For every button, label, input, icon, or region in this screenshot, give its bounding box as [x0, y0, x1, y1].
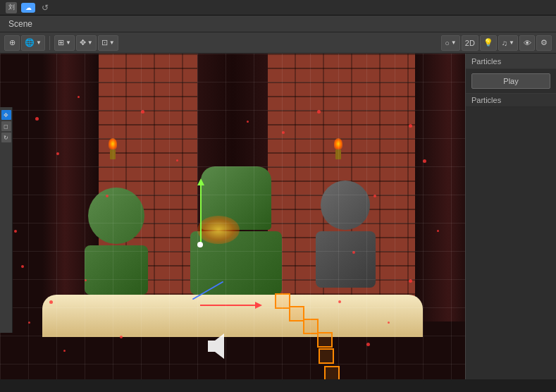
particle-dot [247, 121, 249, 123]
play-button[interactable]: Play [471, 73, 550, 89]
panel-header: Particles [466, 54, 556, 69]
particle-dot [388, 321, 390, 324]
particle-dot [28, 321, 30, 324]
audio-button[interactable]: ♫ ▼ [498, 35, 518, 51]
orange-trail-box [319, 348, 334, 364]
transform-origin-point [197, 242, 203, 247]
orange-trail-box [303, 319, 319, 334]
particle-dot [141, 110, 144, 114]
top-bar: 刘 ☁ ↺ [0, 0, 556, 16]
char-head-left [88, 188, 144, 244]
char-body-right [316, 231, 376, 288]
particle-dot [373, 195, 376, 197]
globe-button[interactable]: 🌐 ▼ [21, 35, 45, 51]
particle-dot [49, 300, 53, 304]
cloud-icon[interactable]: ☁ [21, 3, 35, 13]
particles-section-header: Particles [466, 93, 556, 107]
torch-flame-right [334, 138, 342, 149]
particle-dot [409, 124, 412, 128]
particle-dot [282, 131, 285, 134]
particle-dot [352, 251, 355, 254]
orange-trail-box [289, 306, 304, 321]
particle-dot [21, 265, 24, 268]
left-toolbar: ✥ ◻ ↻ [0, 107, 13, 333]
orange-trail-box [317, 332, 333, 348]
torch-flame-left [109, 138, 117, 149]
character-right [310, 180, 381, 293]
svg-marker-0 [208, 333, 224, 359]
separator-1 [49, 36, 50, 50]
particle-dot [14, 230, 17, 233]
settings-button[interactable]: ⚙ [536, 35, 552, 51]
sphere-button[interactable]: ○ ▼ [441, 35, 460, 51]
move-button[interactable]: ⊞ ▼ [54, 35, 75, 51]
2d-button[interactable]: 2D [462, 35, 478, 51]
scene-tab[interactable]: Scene [0, 16, 556, 32]
particle-dot [437, 230, 439, 232]
particle-dot [366, 343, 370, 346]
scene-viewport[interactable]: ✥ ◻ ↻ Particles Play Particles Speed Ran… [0, 54, 556, 379]
rotate-button[interactable]: ⊡ ▼ [98, 35, 118, 51]
impact-effect [197, 216, 240, 244]
toolbar-right-group: ○ ▼ 2D 💡 ♫ ▼ 👁 ⚙ [441, 35, 552, 51]
light-button[interactable]: 💡 [480, 35, 497, 51]
char-head-right [321, 180, 370, 230]
tool-select[interactable]: ◻ [1, 121, 11, 131]
char-body-center [190, 231, 282, 295]
torch-body-right [335, 149, 341, 159]
particle-dot [106, 195, 109, 197]
particle-dot [35, 117, 39, 121]
toolbar-left-group: ⊕ 🌐 ▼ [4, 35, 45, 51]
character-left [78, 188, 155, 293]
pillar-right [415, 54, 471, 321]
particle-dot [120, 336, 123, 338]
particle-dot [78, 96, 80, 98]
x-axis-arrow [200, 305, 257, 306]
effects-button[interactable]: 👁 [519, 35, 535, 51]
orange-trail-box [324, 366, 340, 379]
particle-dot [423, 159, 426, 163]
orange-trail-box [275, 293, 290, 309]
tool-rotate[interactable]: ↻ [1, 133, 11, 142]
particle-dot [176, 159, 178, 161]
center-button[interactable]: ⊕ [4, 35, 20, 51]
speaker-icon [204, 332, 240, 360]
y-axis-arrow [200, 184, 202, 244]
torch-left [106, 138, 120, 159]
particle-dot [317, 110, 321, 114]
torch-right [331, 138, 345, 159]
toolbar-transform-group: ⊞ ▼ ✥ ▼ ⊡ ▼ [54, 35, 118, 51]
scale-button[interactable]: ✥ ▼ [76, 35, 97, 51]
particle-dot [85, 279, 87, 281]
tool-move[interactable]: ✥ [1, 110, 11, 120]
particle-dot [63, 350, 66, 352]
particle-dot [56, 152, 59, 155]
particle-dot [338, 300, 341, 303]
torch-body-left [110, 149, 116, 159]
refresh-icon[interactable]: ↺ [39, 2, 51, 13]
particle-dot [409, 279, 412, 283]
characters-group [78, 166, 381, 314]
char-body-left [85, 245, 148, 295]
user-icon: 刘 [6, 2, 17, 13]
main-toolbar: ⊕ 🌐 ▼ ⊞ ▼ ✥ ▼ ⊡ ▼ ○ ▼ 2D 💡 [0, 32, 556, 54]
right-panel: Particles Play Particles Speed Range Sho… [465, 54, 556, 379]
